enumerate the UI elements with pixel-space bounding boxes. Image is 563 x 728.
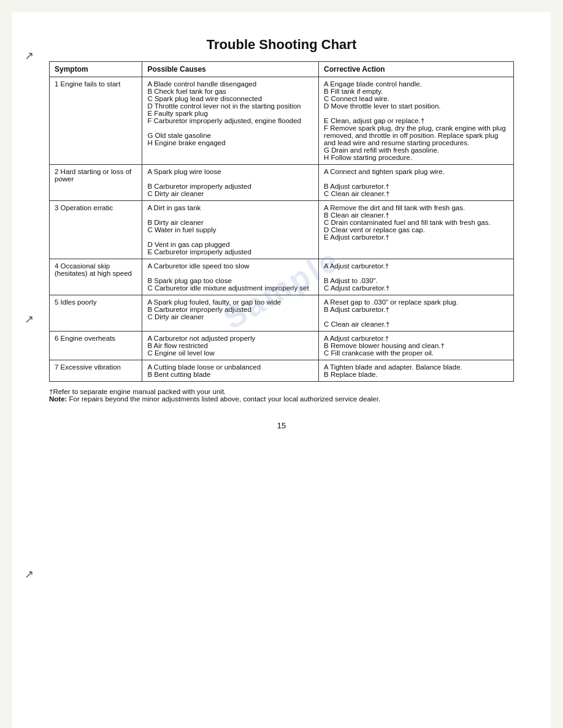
symptom-cell-4: 5 Idles poorly: [50, 295, 142, 332]
page-title: Trouble Shooting Chart: [49, 37, 514, 53]
symptom-cell-3: 4 Occasional skip (hesitates) at high sp…: [50, 259, 142, 295]
causes-cell-2: A Dirt in gas tankB Dirty air cleanerC W…: [142, 201, 319, 259]
causes-cell-1: A Spark plug wire looseB Carburetor impr…: [142, 165, 319, 201]
causes-cell-3: A Carburetor idle speed too slowB Spark …: [142, 259, 319, 295]
symptom-cell-6: 7 Excessive vibration: [50, 360, 142, 382]
table-row: 1 Engine fails to startA Blade control h…: [50, 77, 514, 165]
header-action: Corrective Action: [319, 62, 514, 77]
table-row: 4 Occasional skip (hesitates) at high sp…: [50, 259, 514, 295]
table-row: 5 Idles poorlyA Spark plug fouled, fault…: [50, 295, 514, 332]
action-cell-4: A Reset gap to .030" or replace spark pl…: [319, 295, 514, 332]
page-number: 15: [49, 421, 514, 430]
table-row: 3 Operation erraticA Dirt in gas tankB D…: [50, 201, 514, 259]
action-cell-5: A Adjust carburetor.†B Remove blower hou…: [319, 332, 514, 360]
causes-cell-6: A Cutting blade loose or unbalancedB Ben…: [142, 360, 319, 382]
action-cell-3: A Adjust carburetor.†B Adjust to .030".C…: [319, 259, 514, 295]
symptom-cell-5: 6 Engine overheats: [50, 332, 142, 360]
action-cell-6: A Tighten blade and adapter. Balance bla…: [319, 360, 514, 382]
footer-note1: †Refer to separate engine manual packed …: [49, 388, 514, 395]
corner-mark-tl: ↗: [25, 49, 34, 63]
action-cell-0: A Engage blade control handle.B Fill tan…: [319, 77, 514, 165]
symptom-cell-2: 3 Operation erratic: [50, 201, 142, 259]
causes-cell-4: A Spark plug fouled, faulty, or gap too …: [142, 295, 319, 332]
header-symptom: Symptom: [50, 62, 142, 77]
causes-cell-0: A Blade control handle disengagedB Check…: [142, 77, 319, 165]
symptom-cell-1: 2 Hard starting or loss of power: [50, 165, 142, 201]
header-causes: Possible Causes: [142, 62, 319, 77]
footer-note2: Note: For repairs beyond the minor adjus…: [49, 395, 514, 403]
corner-mark-bl: ↗: [25, 567, 34, 581]
trouble-shooting-table: Symptom Possible Causes Corrective Actio…: [49, 61, 514, 382]
table-row: 7 Excessive vibrationA Cutting blade loo…: [50, 360, 514, 382]
table-row: 6 Engine overheatsA Carburetor not adjus…: [50, 332, 514, 360]
footer-note2-bold: Note:: [49, 395, 67, 403]
symptom-cell-0: 1 Engine fails to start: [50, 77, 142, 165]
footer-note: †Refer to separate engine manual packed …: [49, 388, 514, 403]
action-cell-1: A Connect and tighten spark plug wire.B …: [319, 165, 514, 201]
action-cell-2: A Remove the dirt and fill tank with fre…: [319, 201, 514, 259]
corner-mark-ml: ↗: [25, 313, 34, 326]
causes-cell-5: A Carburetor not adjusted properlyB Air …: [142, 332, 319, 360]
table-row: 2 Hard starting or loss of powerA Spark …: [50, 165, 514, 201]
page: Sample ↗ ↗ ↗ Trouble Shooting Chart Symp…: [12, 12, 551, 728]
footer-note2-rest: For repairs beyond the minor adjustments…: [67, 395, 380, 403]
